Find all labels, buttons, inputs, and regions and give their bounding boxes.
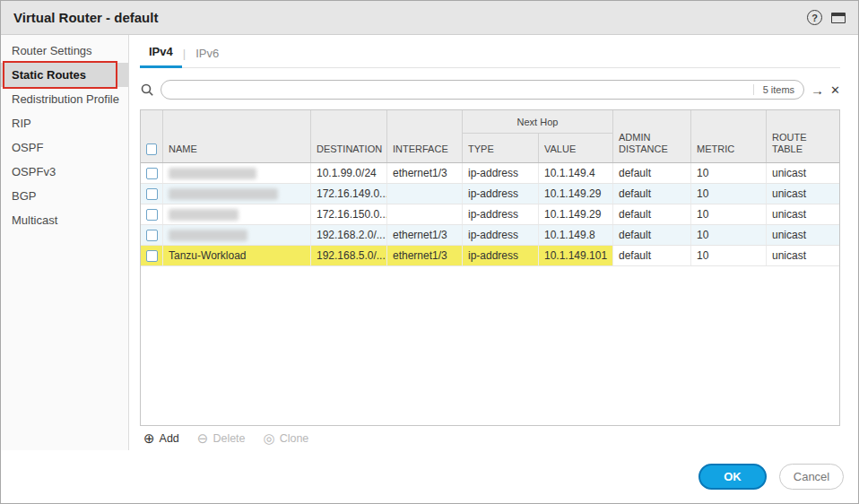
cell-route-table: unicast <box>766 204 839 224</box>
clone-button[interactable]: ◎ Clone <box>264 431 309 445</box>
cell-metric: 10 <box>690 163 766 183</box>
sidebar-item-bgp[interactable]: BGP <box>1 184 128 208</box>
row-checkbox[interactable] <box>146 230 158 241</box>
cell-destination: 192.168.5.0/... <box>310 246 386 265</box>
filter-bar: 5 items → ✕ <box>140 79 840 100</box>
tab-bar: IPv4 | IPv6 <box>140 35 840 68</box>
column-header-name[interactable]: NAME <box>162 110 310 162</box>
table-toolbar: ⊕ Add ⊖ Delete ◎ Clone <box>140 426 840 450</box>
cell-interface: ethernet1/3 <box>386 225 462 245</box>
help-icon[interactable]: ? <box>807 10 822 25</box>
dialog-body: Router Settings Static Routes Redistribu… <box>1 35 858 451</box>
table-row[interactable]: 172.16.149.0... ip-address 10.1.149.29 d… <box>141 184 839 204</box>
clone-label: Clone <box>280 432 309 445</box>
column-header-admin-distance[interactable]: ADMIN DISTANCE <box>612 110 690 162</box>
column-header-interface[interactable]: INTERFACE <box>386 110 462 162</box>
cell-destination: 172.16.149.0... <box>310 184 386 204</box>
cell-admin-distance: default <box>612 184 690 204</box>
sidebar-item-rip[interactable]: RIP <box>1 111 128 135</box>
cell-metric: 10 <box>690 246 766 265</box>
cell-admin-distance: default <box>612 225 690 245</box>
tab-ipv4[interactable]: IPv4 <box>140 37 182 68</box>
cell-name <box>162 204 310 224</box>
column-header-destination[interactable]: DESTINATION <box>310 110 386 162</box>
row-checkbox[interactable] <box>146 168 158 179</box>
sidebar-item-ospf[interactable]: OSPF <box>1 135 128 160</box>
redacted-name <box>169 230 247 241</box>
cell-destination: 172.16.150.0... <box>310 204 386 224</box>
row-checkbox-cell <box>141 184 162 204</box>
static-routes-table: NAME DESTINATION INTERFACE Next Hop TYPE… <box>140 109 840 426</box>
window-icon[interactable] <box>831 13 846 23</box>
cell-type: ip-address <box>462 204 538 224</box>
sidebar-item-label: Multicast <box>12 213 57 227</box>
cancel-button[interactable]: Cancel <box>779 464 844 490</box>
column-header-metric[interactable]: METRIC <box>690 110 766 162</box>
column-header-route-table[interactable]: ROUTE TABLE <box>766 110 839 162</box>
sidebar-item-label: Router Settings <box>12 44 92 57</box>
delete-label: Delete <box>213 432 245 445</box>
cell-value: 10.1.149.101 <box>538 246 612 265</box>
cell-metric: 10 <box>690 184 766 204</box>
table-row[interactable]: 10.1.99.0/24 ethernet1/3 ip-address 10.1… <box>141 163 839 184</box>
cell-admin-distance: default <box>612 204 690 224</box>
cell-name <box>162 225 310 245</box>
row-checkbox[interactable] <box>146 250 158 262</box>
clear-filter-icon[interactable]: ✕ <box>830 84 840 96</box>
table-row[interactable]: 192.168.2.0/... ethernet1/3 ip-address 1… <box>141 225 839 246</box>
add-button[interactable]: ⊕ Add <box>143 431 179 445</box>
cell-type: ip-address <box>462 225 538 245</box>
clone-icon: ◎ <box>264 431 275 445</box>
sidebar-item-redistribution-profile[interactable]: Redistribution Profile <box>1 87 128 111</box>
row-checkbox-cell <box>141 163 162 183</box>
cell-route-table: unicast <box>766 246 839 265</box>
redacted-name <box>169 168 256 179</box>
column-header-value[interactable]: VALUE <box>538 134 612 162</box>
row-checkbox[interactable] <box>146 209 158 221</box>
sidebar-item-label: Redistribution Profile <box>12 92 119 106</box>
ok-button[interactable]: OK <box>698 464 767 490</box>
redacted-name <box>169 209 239 221</box>
cell-value: 10.1.149.8 <box>538 225 612 245</box>
select-all-checkbox[interactable] <box>146 143 157 155</box>
add-label: Add <box>160 432 179 445</box>
cell-metric: 10 <box>690 204 766 224</box>
table-row[interactable]: 172.16.150.0... ip-address 10.1.149.29 d… <box>141 204 839 225</box>
delete-button[interactable]: ⊖ Delete <box>197 431 246 445</box>
dialog-title: Virtual Router - default <box>13 10 807 25</box>
sidebar-item-multicast[interactable]: Multicast <box>1 208 128 232</box>
titlebar: Virtual Router - default ? <box>1 1 858 35</box>
table-row-highlighted[interactable]: Tanzu-Workload 192.168.5.0/... ethernet1… <box>141 246 839 266</box>
items-count: 5 items <box>753 84 794 95</box>
add-icon: ⊕ <box>143 431 155 445</box>
cell-interface <box>386 204 462 224</box>
cell-route-table: unicast <box>766 225 839 245</box>
apply-filter-icon[interactable]: → <box>811 83 824 97</box>
row-checkbox[interactable] <box>146 188 158 200</box>
cell-name: Tanzu-Workload <box>162 246 310 265</box>
cell-interface <box>386 184 462 204</box>
sidebar-item-router-settings[interactable]: Router Settings <box>1 39 128 63</box>
sidebar-item-label: Static Routes <box>12 68 86 82</box>
main-content: IPv4 | IPv6 5 items → ✕ N <box>129 35 858 450</box>
sidebar: Router Settings Static Routes Redistribu… <box>1 35 129 450</box>
cell-type: ip-address <box>462 246 538 265</box>
row-checkbox-cell <box>141 225 162 245</box>
search-icon <box>140 83 154 97</box>
column-header-type[interactable]: TYPE <box>462 134 538 162</box>
cell-type: ip-address <box>462 163 538 183</box>
sidebar-item-ospfv3[interactable]: OSPFv3 <box>1 160 128 184</box>
sidebar-item-static-routes[interactable]: Static Routes <box>1 63 128 87</box>
table-header: NAME DESTINATION INTERFACE Next Hop TYPE… <box>141 110 839 163</box>
cell-route-table: unicast <box>766 184 839 204</box>
cell-value: 10.1.149.29 <box>538 184 612 204</box>
cell-admin-distance: default <box>612 163 690 183</box>
redacted-name <box>169 188 278 200</box>
sidebar-item-label: BGP <box>12 189 36 203</box>
cell-metric: 10 <box>690 225 766 245</box>
filter-input[interactable] <box>170 83 753 96</box>
cell-type: ip-address <box>462 184 538 204</box>
sidebar-item-label: RIP <box>12 117 31 130</box>
titlebar-icons: ? <box>807 10 846 25</box>
tab-ipv6[interactable]: IPv6 <box>187 39 228 67</box>
